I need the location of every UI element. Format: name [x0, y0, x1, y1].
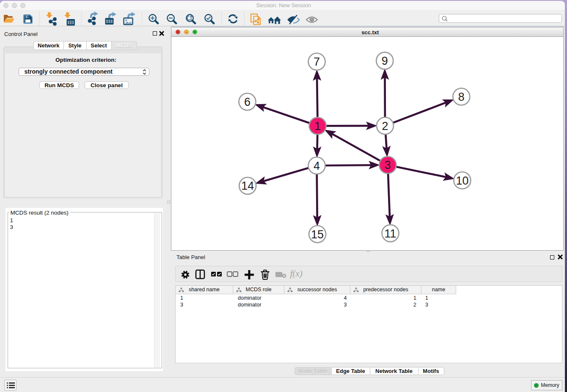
- svg-text:9: 9: [382, 55, 388, 67]
- svg-text:10: 10: [456, 174, 468, 187]
- svg-text:3: 3: [385, 159, 391, 171]
- svg-text:6: 6: [244, 96, 250, 108]
- svg-text:8: 8: [458, 91, 465, 103]
- svg-text:11: 11: [385, 227, 396, 240]
- svg-text:15: 15: [311, 228, 324, 241]
- svg-text:2: 2: [382, 120, 388, 133]
- svg-text:7: 7: [314, 55, 320, 68]
- svg-text:1: 1: [314, 120, 321, 133]
- svg-text:4: 4: [314, 160, 320, 172]
- svg-text:14: 14: [241, 179, 254, 192]
